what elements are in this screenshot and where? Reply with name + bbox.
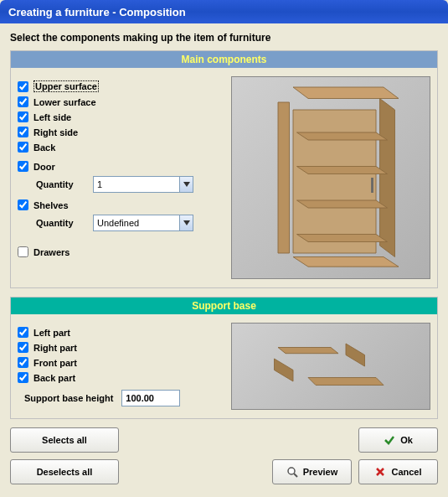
svg-marker-7 bbox=[297, 200, 388, 208]
right-part-label[interactable]: Right part bbox=[33, 343, 77, 353]
support-base-group: Support base Left part Right part Front … bbox=[10, 297, 438, 419]
support-height-input[interactable] bbox=[121, 390, 180, 406]
drawers-row: Drawers bbox=[18, 246, 223, 257]
svg-marker-2 bbox=[380, 99, 395, 257]
svg-marker-13 bbox=[308, 378, 384, 386]
lower-surface-row: Lower surface bbox=[18, 96, 223, 107]
drawers-label[interactable]: Drawers bbox=[33, 247, 70, 257]
magnifier-icon bbox=[286, 466, 298, 478]
cancel-label: Cancel bbox=[391, 467, 421, 477]
left-part-checkbox[interactable] bbox=[18, 327, 28, 338]
right-part-checkbox[interactable] bbox=[18, 342, 28, 353]
svg-line-15 bbox=[294, 474, 297, 477]
front-part-label[interactable]: Front part bbox=[33, 358, 77, 368]
right-part-row: Right part bbox=[18, 342, 223, 353]
shelves-row: Shelves bbox=[18, 199, 223, 210]
main-left-column: Upper surface Lower surface Left side Ri… bbox=[18, 76, 223, 279]
content-area: Select the components making up the item… bbox=[0, 23, 448, 493]
back-label[interactable]: Back bbox=[33, 142, 55, 153]
shelves-quantity-row: Quantity Undefined bbox=[36, 215, 223, 231]
shelves-quantity-value: Undefined bbox=[94, 218, 179, 228]
selects-all-button[interactable]: Selects all bbox=[10, 427, 119, 453]
main-components-group: Main components Upper surface Lower surf… bbox=[10, 50, 438, 288]
back-row: Back bbox=[18, 142, 223, 153]
shelves-checkbox[interactable] bbox=[18, 199, 28, 210]
chevron-down-icon bbox=[179, 215, 193, 230]
door-row: Door bbox=[18, 161, 223, 172]
lower-surface-label[interactable]: Lower surface bbox=[33, 97, 96, 107]
door-label[interactable]: Door bbox=[33, 162, 55, 172]
left-side-checkbox[interactable] bbox=[18, 111, 28, 122]
preview-label: Preview bbox=[303, 467, 338, 477]
door-quantity-value: 1 bbox=[94, 179, 179, 189]
support-height-row: Support base height bbox=[24, 390, 223, 406]
cross-icon bbox=[374, 466, 386, 478]
preview-button[interactable]: Preview bbox=[272, 459, 352, 484]
ok-button[interactable]: Ok bbox=[358, 427, 438, 453]
shelves-quantity-label: Quantity bbox=[36, 218, 86, 228]
instruction-text: Select the components making up the item… bbox=[10, 32, 438, 44]
support-preview-image bbox=[231, 323, 430, 410]
support-base-icon bbox=[255, 324, 406, 408]
left-part-label[interactable]: Left part bbox=[33, 328, 70, 338]
left-buttons: Selects all Deselects all bbox=[10, 427, 119, 484]
front-part-row: Front part bbox=[18, 357, 223, 368]
svg-marker-0 bbox=[293, 87, 399, 99]
svg-marker-8 bbox=[297, 235, 388, 242]
svg-marker-12 bbox=[275, 359, 294, 381]
deselects-all-button[interactable]: Deselects all bbox=[10, 459, 119, 484]
svg-marker-6 bbox=[297, 167, 388, 174]
support-body: Left part Right part Front part Back par… bbox=[11, 319, 437, 418]
drawers-checkbox[interactable] bbox=[18, 246, 28, 257]
upper-surface-row: Upper surface bbox=[18, 80, 223, 92]
window-title: Creating a furniture - Composition bbox=[8, 6, 186, 18]
svg-marker-11 bbox=[346, 344, 365, 366]
left-side-row: Left side bbox=[18, 111, 223, 122]
right-buttons: Ok Preview Cancel bbox=[272, 427, 438, 484]
right-side-checkbox[interactable] bbox=[18, 127, 28, 137]
back-part-row: Back part bbox=[18, 372, 223, 383]
ok-label: Ok bbox=[400, 435, 413, 445]
main-components-header: Main components bbox=[11, 51, 437, 68]
left-side-label[interactable]: Left side bbox=[33, 112, 71, 122]
support-base-header: Support base bbox=[11, 298, 437, 314]
right-side-row: Right side bbox=[18, 127, 223, 137]
door-quantity-row: Quantity 1 bbox=[36, 176, 223, 193]
shelves-label[interactable]: Shelves bbox=[33, 200, 69, 210]
svg-point-14 bbox=[288, 468, 295, 474]
front-part-checkbox[interactable] bbox=[18, 357, 28, 368]
door-quantity-label: Quantity bbox=[36, 179, 86, 189]
svg-marker-5 bbox=[297, 132, 388, 140]
cabinet-icon bbox=[255, 77, 406, 278]
svg-marker-1 bbox=[278, 102, 290, 253]
svg-marker-9 bbox=[293, 257, 399, 267]
upper-surface-label[interactable]: Upper surface bbox=[33, 80, 99, 92]
svg-marker-3 bbox=[293, 110, 376, 253]
right-side-label[interactable]: Right side bbox=[33, 127, 78, 137]
button-bar: Selects all Deselects all Ok Preview Can… bbox=[10, 427, 438, 484]
selects-all-label: Selects all bbox=[42, 435, 87, 445]
chevron-down-icon bbox=[179, 177, 193, 192]
back-part-checkbox[interactable] bbox=[18, 372, 28, 383]
main-body: Upper surface Lower surface Left side Ri… bbox=[11, 73, 437, 287]
title-bar: Creating a furniture - Composition bbox=[0, 0, 448, 23]
door-checkbox[interactable] bbox=[18, 161, 28, 172]
svg-marker-10 bbox=[278, 348, 338, 354]
back-part-label[interactable]: Back part bbox=[33, 373, 75, 383]
support-left-column: Left part Right part Front part Back par… bbox=[18, 323, 223, 410]
door-quantity-combo[interactable]: 1 bbox=[93, 176, 193, 193]
left-part-row: Left part bbox=[18, 327, 223, 338]
upper-surface-checkbox[interactable] bbox=[18, 81, 28, 92]
deselects-all-label: Deselects all bbox=[37, 467, 93, 477]
back-checkbox[interactable] bbox=[18, 142, 28, 153]
cancel-button[interactable]: Cancel bbox=[358, 459, 438, 484]
main-preview-image bbox=[231, 76, 430, 279]
shelves-quantity-combo[interactable]: Undefined bbox=[93, 215, 193, 231]
support-height-label: Support base height bbox=[24, 393, 113, 403]
check-icon bbox=[384, 434, 395, 446]
lower-surface-checkbox[interactable] bbox=[18, 96, 28, 107]
